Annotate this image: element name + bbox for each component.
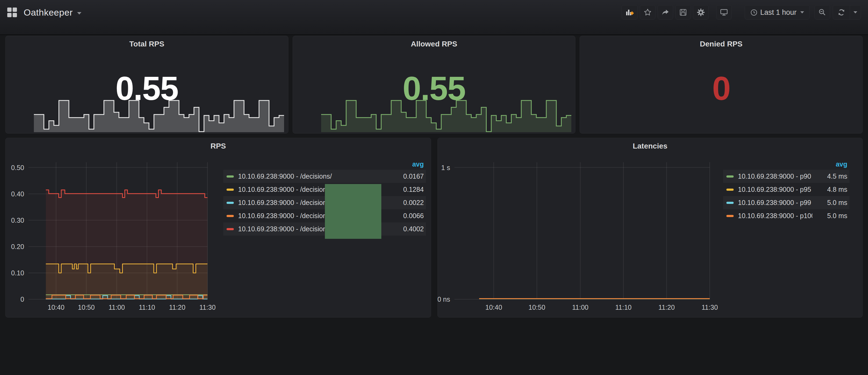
series-swatch[interactable] (726, 176, 734, 178)
y-tick-label: 0.30 (11, 216, 24, 224)
series-swatch[interactable] (226, 202, 234, 204)
stat-panel-total-rps: Total RPS 0.55 (5, 36, 288, 133)
stat-value: 0 (580, 69, 862, 107)
x-tick-label: 10:50 (529, 304, 546, 311)
series-avg-value: 4.5 ms (812, 173, 847, 180)
series-swatch[interactable] (726, 189, 734, 191)
series-label: 10.10.69.238:9000 - p100 (738, 212, 812, 220)
series-label: 10.10.69.238:9000 - /decisions/ (238, 173, 389, 180)
x-tick-label: 11:10 (615, 304, 632, 311)
refresh-icon (837, 8, 845, 17)
share-icon (661, 8, 670, 17)
legend-row[interactable]: 10.10.69.238:9000 - p95 4.8 ms (723, 183, 849, 196)
refresh-split-button (833, 5, 861, 20)
y-tick-label: 0 (21, 295, 24, 303)
legend-row[interactable]: 10.10.69.238:9000 - p99 5.0 ms (723, 196, 849, 209)
x-tick-label: 11:30 (702, 304, 718, 311)
series-label: 10.10.69.238:9000 - p99 (738, 199, 812, 207)
graph-panel-latencies: Latencies 10:4010:5011:0011:1011:2011:30… (437, 138, 863, 317)
refresh-interval-dropdown[interactable] (850, 5, 861, 19)
x-tick-label: 11:30 (199, 304, 216, 311)
stat-panel-denied-rps: Denied RPS 0 (580, 36, 863, 133)
clock-icon (750, 9, 757, 16)
series-avg-value: 0.1284 (389, 186, 424, 193)
graph-panel-rps: RPS 10:4010:5011:0011:1011:2011:3000.100… (5, 138, 431, 317)
refresh-caret-icon (854, 11, 857, 13)
stat-value: 0.55 (6, 69, 288, 107)
save-button[interactable] (675, 5, 691, 20)
y-tick-label: 0.40 (11, 190, 24, 198)
share-button[interactable] (658, 5, 673, 20)
y-tick-label: 0 ns (437, 295, 450, 303)
time-picker-caret-icon (800, 11, 804, 13)
refresh-button[interactable] (833, 5, 850, 19)
legend-header-avg[interactable]: avg (223, 158, 426, 170)
series-avg-value: 5.0 ms (812, 199, 847, 207)
rps-plot-area[interactable]: 10:4010:5011:0011:1011:2011:3000.100.200… (29, 162, 208, 299)
series-avg-value: 0.0066 (389, 212, 424, 220)
dashboard-title[interactable]: Oathkeeper (24, 7, 73, 18)
series-avg-value: 0.0022 (389, 199, 424, 207)
y-tick-label: 0.10 (11, 269, 24, 277)
star-button[interactable] (640, 5, 655, 20)
monitor-icon (720, 8, 728, 17)
series-label: 10.10.69.238:9000 - p90 (738, 173, 812, 180)
time-picker-button[interactable]: Last 1 hour (745, 5, 810, 20)
latencies-legend: avg 10.10.69.238:9000 - p90 4.5 ms 10.10… (723, 158, 849, 222)
x-tick-label: 11:20 (169, 304, 185, 311)
series-swatch[interactable] (226, 228, 234, 230)
legend-row[interactable]: 10.10.69.238:9000 - /decisions/ 0.0022 (223, 196, 426, 209)
series-swatch[interactable] (226, 189, 234, 191)
legend-row[interactable]: 10.10.69.238:9000 - /decisions/ 0.1284 (223, 183, 426, 196)
panel-title[interactable]: RPS (6, 142, 431, 150)
latencies-plot-area[interactable]: 10:4010:5011:0011:1011:2011:300 ns1 s (455, 162, 710, 299)
zoom-out-icon (818, 8, 826, 17)
zoom-out-button[interactable] (814, 5, 830, 20)
series-label: 10.10.69.238:9000 - p95 (738, 186, 812, 193)
time-range-label: Last 1 hour (760, 8, 797, 17)
series-avg-value: 4.8 ms (812, 186, 847, 193)
gear-icon (697, 8, 705, 17)
legend-row[interactable]: 10.10.69.238:9000 - /decisions/ 0.0167 (223, 170, 426, 183)
series-avg-value: 0.4002 (389, 225, 424, 233)
green-popup-overlay (325, 184, 381, 239)
y-tick-label: 0.50 (11, 164, 24, 171)
panel-title[interactable]: Total RPS (6, 40, 288, 49)
panel-title[interactable]: Latencies (438, 142, 862, 150)
stat-panel-allowed-rps: Allowed RPS 0.55 (293, 36, 576, 133)
settings-button[interactable] (693, 5, 709, 20)
series-swatch[interactable] (226, 176, 234, 178)
legend-row[interactable]: 10.10.69.238:9000 - /decisions/ 0.4002 (223, 222, 426, 236)
toolbar: Last 1 hour (622, 5, 861, 20)
dashboard-title-caret-icon[interactable] (77, 12, 82, 14)
series-swatch[interactable] (726, 202, 734, 204)
x-tick-label: 10:40 (485, 304, 502, 311)
add-panel-icon (625, 8, 634, 17)
legend-header-avg[interactable]: avg (723, 158, 849, 170)
grafana-grid-logo-icon[interactable] (7, 7, 17, 18)
series-swatch[interactable] (226, 215, 234, 217)
save-icon (679, 8, 687, 17)
legend-row[interactable]: 10.10.69.238:9000 - p100 5.0 ms (723, 209, 849, 222)
series-swatch[interactable] (726, 215, 734, 217)
legend-row[interactable]: 10.10.69.238:9000 - p90 4.5 ms (723, 170, 849, 183)
x-tick-label: 11:00 (108, 304, 125, 311)
dashboard-area: Total RPS 0.55 Allowed RPS 0.55 Denied R… (0, 35, 868, 317)
x-tick-label: 10:40 (48, 304, 64, 311)
stat-value: 0.55 (293, 69, 575, 107)
legend-row[interactable]: 10.10.69.238:9000 - /decisions/ 0.0066 (223, 209, 426, 222)
navbar: Oathkeeper (0, 0, 868, 35)
panel-title[interactable]: Allowed RPS (293, 40, 575, 49)
tv-mode-button[interactable] (716, 5, 732, 20)
graph-row: RPS 10:4010:5011:0011:1011:2011:3000.100… (5, 138, 863, 317)
y-tick-label: 0.20 (11, 243, 24, 250)
series-avg-value: 5.0 ms (812, 212, 847, 220)
add-panel-button[interactable] (622, 5, 638, 20)
x-tick-label: 11:10 (139, 304, 155, 311)
x-tick-label: 11:20 (658, 304, 675, 311)
rps-legend: avg 10.10.69.238:9000 - /decisions/ 0.01… (223, 158, 426, 236)
y-tick-label: 1 s (441, 164, 450, 171)
stat-row: Total RPS 0.55 Allowed RPS 0.55 Denied R… (5, 36, 863, 133)
panel-title[interactable]: Denied RPS (580, 40, 862, 49)
star-icon (644, 8, 652, 17)
